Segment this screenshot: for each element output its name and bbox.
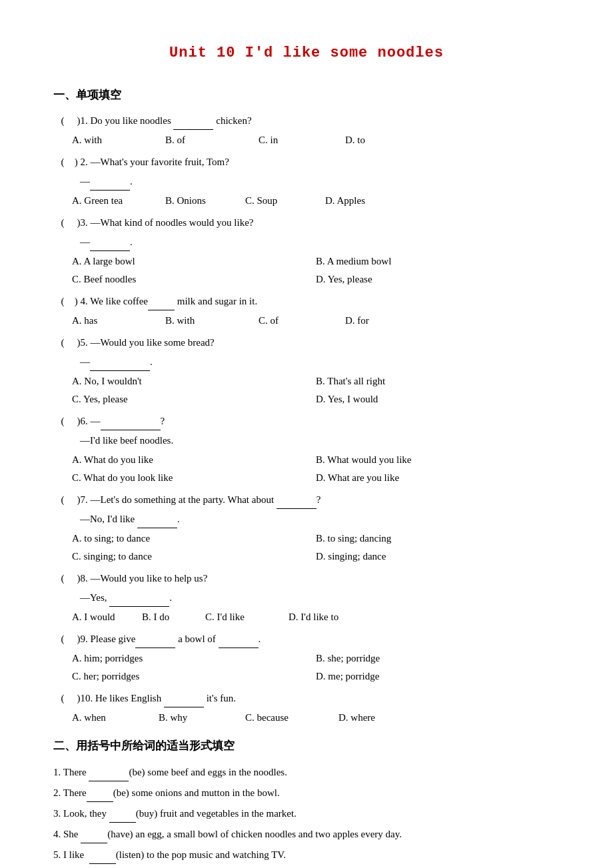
q1-opt-b: B. of <box>165 131 239 149</box>
q8-opt-c: C. I'd like <box>205 608 279 626</box>
q3-sub: —. <box>53 233 560 251</box>
q5-options: A. No, I wouldn't B. That's all right C.… <box>53 372 560 408</box>
q2-opt-b: B. Onions <box>165 192 232 210</box>
q1-paren: ( <box>53 112 72 130</box>
q6-opt-b: B. What would you like <box>316 451 560 469</box>
question-2: ( ) 2. —What's your favorite fruit, Tom?… <box>53 153 560 210</box>
q2-paren: ( <box>53 153 72 171</box>
section2-content: 1. There (be) some beef and eggs in the … <box>53 763 560 868</box>
q1-options: A. with B. of C. in D. to <box>53 131 560 149</box>
question-10: ( )10. He likes English it's fun. A. whe… <box>53 689 560 727</box>
q6-opt-d: D. What are you like <box>316 469 560 487</box>
q1-opt-a: A. with <box>72 131 145 149</box>
q2-opt-a: A. Green tea <box>72 192 152 210</box>
q7-sub: —No, I'd like . <box>53 510 560 528</box>
q6-options: A. What do you like B. What would you li… <box>53 451 560 487</box>
fill-item-5: 5. I like (listen) to the pop music and … <box>53 846 560 864</box>
q7-paren: ( <box>53 491 72 509</box>
q10-options: A. when B. why C. because D. where <box>53 709 560 727</box>
question-9: ( )9. Please give a bowl of . A. him; po… <box>53 630 560 685</box>
q3-options: A. A large bowl B. A medium bowl C. Beef… <box>53 252 560 288</box>
page-title: Unit 10 I'd like some noodles <box>53 40 560 67</box>
q7-opt-d: D. singing; dance <box>316 548 560 566</box>
question-4: ( ) 4. We like coffee milk and sugar in … <box>53 292 560 330</box>
q10-opt-a: A. when <box>72 709 145 727</box>
fill-item-3: 3. Look, they (buy) fruit and vegetables… <box>53 805 560 823</box>
q9-opt-d: D. me; porridge <box>316 667 560 685</box>
q5-opt-a: A. No, I wouldn't <box>72 372 316 390</box>
q5-sub: —. <box>53 353 560 371</box>
q7-text: )7. —Let's do something at the party. Wh… <box>72 491 560 509</box>
q4-opt-b: B. with <box>165 312 239 330</box>
question-5: ( )5. —Would you like some bread? —. A. … <box>53 334 560 408</box>
q8-opt-d: D. I'd like to <box>289 608 362 626</box>
q8-text: )8. —Would you like to help us? <box>72 570 560 588</box>
q5-opt-c: C. Yes, please <box>72 390 316 408</box>
q10-paren: ( <box>53 689 72 707</box>
q6-opt-c: C. What do you look like <box>72 469 316 487</box>
q10-text: )10. He likes English it's fun. <box>72 689 560 707</box>
question-8: ( )8. —Would you like to help us? —Yes, … <box>53 570 560 626</box>
q10-opt-c: C. because <box>245 709 325 727</box>
q9-opt-a: A. him; porridges <box>72 650 316 667</box>
q3-paren: ( <box>53 214 72 232</box>
q6-opt-a: A. What do you like <box>72 451 316 469</box>
q4-opt-d: D. for <box>345 312 398 330</box>
q9-options: A. him; porridges B. she; porridge C. he… <box>53 650 560 685</box>
q7-opt-a: A. to sing; to dance <box>72 530 316 548</box>
q5-text: )5. —Would you like some bread? <box>72 334 560 352</box>
q3-opt-c: C. Beef noodles <box>72 270 316 288</box>
q4-paren: ( <box>53 292 72 310</box>
q9-opt-c: C. her; porridges <box>72 667 316 685</box>
q6-sub: —I'd like beef noodles. <box>53 432 560 450</box>
q7-options: A. to sing; to dance B. to sing; dancing… <box>53 530 560 566</box>
q7-opt-b: B. to sing; dancing <box>316 530 560 548</box>
q5-opt-d: D. Yes, I would <box>316 390 560 408</box>
q8-paren: ( <box>53 570 72 588</box>
question-3: ( )3. —What kind of noodles would you li… <box>53 214 560 288</box>
q4-opt-c: C. of <box>259 312 325 330</box>
question-7: ( )7. —Let's do something at the party. … <box>53 491 560 566</box>
q2-text: ) 2. —What's your favorite fruit, Tom? <box>72 153 560 171</box>
q2-opt-d: D. Apples <box>325 192 378 210</box>
q1-opt-c: C. in <box>259 131 325 149</box>
q8-opt-b: B. I do <box>142 608 195 626</box>
q4-text: ) 4. We like coffee milk and sugar in it… <box>72 292 560 310</box>
q3-text: )3. —What kind of noodles would you like… <box>72 214 560 232</box>
q5-opt-b: B. That's all right <box>316 372 560 390</box>
q9-text: )9. Please give a bowl of . <box>72 630 560 648</box>
section1-header: 一、单项填空 <box>53 85 560 106</box>
q9-paren: ( <box>53 630 72 648</box>
fill-item-2: 2. There(be) some onions and mutton in t… <box>53 784 560 802</box>
q6-text: )6. —? <box>72 412 560 430</box>
q4-options: A. has B. with C. of D. for <box>53 312 560 330</box>
fill-item-1: 1. There (be) some beef and eggs in the … <box>53 763 560 781</box>
q8-opt-a: A. I would <box>72 608 132 626</box>
q6-paren: ( <box>53 412 72 430</box>
q3-opt-a: A. A large bowl <box>72 252 316 270</box>
section2-header: 二、用括号中所给词的适当形式填空 <box>53 736 560 757</box>
question-1: ( )1. Do you like noodles chicken? A. wi… <box>53 112 560 149</box>
q8-options: A. I would B. I do C. I'd like D. I'd li… <box>53 608 560 626</box>
q2-options: A. Green tea B. Onions C. Soup D. Apples <box>53 192 560 210</box>
q5-paren: ( <box>53 334 72 352</box>
q9-opt-b: B. she; porridge <box>316 650 560 667</box>
q2-opt-c: C. Soup <box>245 192 312 210</box>
q10-opt-b: B. why <box>159 709 232 727</box>
q4-opt-a: A. has <box>72 312 145 330</box>
fill-item-4: 4. She (have) an egg, a small bowl of ch… <box>53 825 560 843</box>
q3-opt-d: D. Yes, please <box>316 270 560 288</box>
q1-opt-d: D. to <box>345 131 398 149</box>
q8-sub: —Yes, . <box>53 589 560 607</box>
q2-sub: —. <box>53 173 560 191</box>
q1-text: )1. Do you like noodles chicken? <box>72 112 560 130</box>
q3-opt-b: B. A medium bowl <box>316 252 560 270</box>
question-6: ( )6. —? —I'd like beef noodles. A. What… <box>53 412 560 487</box>
q7-opt-c: C. singing; to dance <box>72 548 316 566</box>
q10-opt-d: D. where <box>338 709 392 727</box>
